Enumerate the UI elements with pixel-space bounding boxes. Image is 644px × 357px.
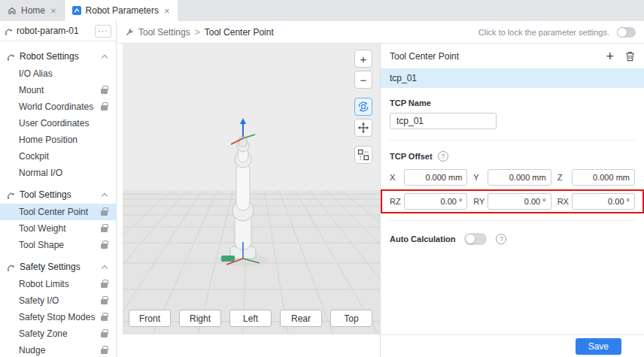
layout-icon [357,149,369,161]
sidebar-item-tool-weight[interactable]: Tool Weight [0,220,116,237]
breadcrumb-separator: > [195,27,200,38]
rz-offset-input[interactable]: 0.00 ° [404,193,467,210]
view-preset-buttons: Front Right Left Rear Top [129,310,372,327]
sidebar-item-label: Tool Center Point [19,207,88,217]
orbit-rotate-button[interactable] [354,98,372,116]
tcp-offset-z-field: Z 0.000 mm [557,169,635,186]
sidebar-item-robot-limits[interactable]: Robot Limits [0,276,116,292]
toggle-knob [466,234,475,244]
sidebar-item-label: Tool Shape [19,240,64,250]
lock-hint-text: Click to lock the parameter settings. [478,28,609,37]
tcp-name-input[interactable] [390,113,497,129]
help-icon[interactable]: ? [438,151,448,162]
sidebar-item-tool-shape[interactable]: Tool Shape [0,237,116,253]
tab-home[interactable]: Home × [0,0,65,21]
sidebar-item-safety-stop-modes[interactable]: Safety Stop Modes [0,309,116,325]
panel-body: TCP Name TCP Offset ? X 0.000 mm [381,88,644,334]
tcp-offset-x-field: X 0.000 mm [390,169,467,186]
sidebar-item-io-alias[interactable]: I/O Alias [0,65,116,82]
viewport-wrap: + − [117,44,380,357]
sidebar-item-safety-zone[interactable]: Safety Zone [0,325,116,342]
close-icon[interactable]: × [50,6,57,16]
field-label-x: X [390,173,401,182]
tab-robot-parameters[interactable]: Robot Parameters × [65,0,178,21]
sidebar-item-label: Safety I/O [19,295,59,306]
lock-icon [101,299,108,304]
3d-viewport[interactable]: + − [123,44,380,334]
lock-icon [101,283,108,288]
sidebar-item-safety-io[interactable]: Safety I/O [0,292,116,309]
pan-icon [357,122,369,134]
robot-arm-icon [7,191,15,199]
close-icon[interactable]: × [163,6,171,16]
view-layout-button[interactable] [354,146,372,164]
sidebar-item-normal-io[interactable]: Normal I/O [0,165,116,181]
breadcrumb-parent[interactable]: Tool Settings [138,27,190,38]
view-rear-button[interactable]: Rear [280,310,322,327]
auto-calculation-row: Auto Calculation ? [390,233,635,245]
sidebar-section-tool-settings[interactable]: Tool Settings [0,186,116,204]
ry-offset-input[interactable]: 0.00 ° [488,193,551,210]
sidebar-item-label: Normal I/O [19,168,62,178]
sidebar-section-safety-settings[interactable]: Safety Settings [0,258,116,276]
sidebar-nav: Robot Settings I/O Alias Mount World Coo… [0,41,116,357]
annotation-highlight: RZ 0.00 ° RY 0.00 ° RX 0.00 ° [390,193,635,210]
field-label-y: Y [473,173,485,182]
sidebar-item-label: Safety Zone [19,328,68,339]
auto-calculation-toggle[interactable] [464,233,487,245]
pan-move-button[interactable] [354,119,372,137]
view-right-button[interactable]: Right [179,310,221,327]
y-offset-input[interactable]: 0.000 mm [488,169,551,186]
lock-icon [101,227,108,232]
sidebar-item-world-coordinates[interactable]: World Coordinates [0,98,116,115]
sidebar-item-mount[interactable]: Mount [0,82,116,98]
tcp-offset-header: TCP Offset ? [390,151,635,162]
tcp-list-item-selected[interactable]: tcp_01 [381,68,644,88]
tcp-offset-label: TCP Offset [390,152,433,161]
divider [390,220,635,221]
zoom-out-button[interactable]: − [354,71,372,89]
rx-offset-input[interactable]: 0.00 ° [572,193,635,210]
section-label: Tool Settings [20,189,71,200]
orbit-icon [357,101,369,113]
viewport-controls: + − [354,50,372,167]
sidebar-item-cockpit[interactable]: Cockpit [0,148,116,165]
more-options-button[interactable]: ··· [95,25,111,38]
view-top-button[interactable]: Top [330,310,372,327]
lock-icon [101,332,108,337]
sidebar-item-home-position[interactable]: Home Position [0,132,116,148]
robot-arm-icon [7,53,15,61]
sidebar: robot-param-01 ··· Robot Settings I/O Al… [0,21,117,357]
sidebar-item-label: Robot Limits [19,279,69,289]
help-icon[interactable]: ? [496,234,506,244]
content-header: Tool Settings > Tool Center Point Click … [117,21,644,44]
breadcrumb-current: Tool Center Point [205,27,274,38]
parameter-lock-toggle[interactable] [617,27,636,38]
parameter-set-row[interactable]: robot-param-01 ··· [0,21,116,41]
chevron-up-icon [102,265,108,271]
parameter-set-name: robot-param-01 [17,26,91,36]
x-offset-input[interactable]: 0.000 mm [404,169,467,186]
zoom-in-button[interactable]: + [354,50,372,68]
section-label: Safety Settings [20,262,80,272]
save-button[interactable]: Save [576,338,621,355]
section-label: Robot Settings [20,51,79,62]
tcp-offset-rotation-row: RZ 0.00 ° RY 0.00 ° RX 0.00 ° [390,193,635,210]
sidebar-item-label: Nudge [19,345,45,355]
sidebar-item-label: I/O Alias [19,68,53,79]
lock-icon [101,349,108,354]
tcp-offset-linear-row: X 0.000 mm Y 0.000 mm Z 0.000 mm [390,169,635,186]
field-label-z: Z [557,173,569,182]
field-label-rz: RZ [390,197,401,206]
sidebar-item-tool-center-point[interactable]: Tool Center Point [0,204,116,220]
view-front-button[interactable]: Front [129,310,171,327]
view-left-button[interactable]: Left [229,310,272,327]
sidebar-item-user-coordinates[interactable]: User Coordinates [0,115,116,132]
delete-tcp-button[interactable] [625,51,635,62]
add-tcp-button[interactable]: + [606,51,614,62]
sidebar-section-robot-settings[interactable]: Robot Settings [0,47,116,65]
z-offset-input[interactable]: 0.000 mm [572,169,635,186]
chevron-up-icon [102,54,108,60]
sidebar-item-nudge[interactable]: Nudge [0,342,116,357]
sidebar-item-label: Mount [19,85,44,95]
